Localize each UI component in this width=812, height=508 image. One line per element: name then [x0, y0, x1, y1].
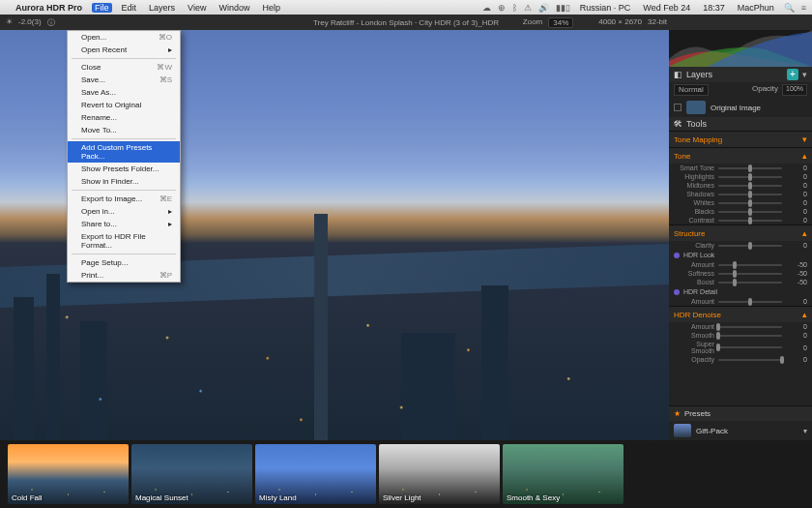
layer-visibility-checkbox[interactable] — [674, 104, 682, 111]
zoom-value[interactable]: 34% — [548, 17, 573, 28]
file-menu-item[interactable]: Close⌘W — [68, 61, 180, 74]
menubar-time[interactable]: 18:37 — [700, 3, 728, 13]
structure-header[interactable]: Structure▴ — [669, 224, 812, 241]
bit-depth: 32-bit — [648, 17, 667, 28]
slider-label: Smart Tone — [674, 164, 714, 171]
slider-track[interactable] — [718, 176, 782, 178]
file-menu-item[interactable]: Save...⌘S — [68, 74, 180, 86]
file-menu-item[interactable]: Export to Image...⌘E — [68, 193, 180, 205]
slider-value: 0 — [786, 164, 807, 171]
preset-thumbnail[interactable]: Cold Fall — [8, 444, 129, 504]
preset-thumbnail[interactable]: Magical Sunset — [131, 444, 252, 504]
slider-label: Amount — [674, 298, 714, 305]
menu-layers[interactable]: Layers — [146, 3, 178, 13]
presets-bar[interactable]: ★ Presets — [669, 405, 812, 421]
volume-icon[interactable]: 🔊 — [538, 3, 549, 13]
file-menu-item[interactable]: Open Recent▸ — [68, 44, 180, 56]
menu-file[interactable]: File — [92, 3, 112, 13]
tone-mapping-header[interactable]: Tone Mapping▾ — [669, 131, 812, 147]
add-layer-button[interactable]: + — [787, 69, 798, 80]
file-menu-item[interactable]: Show in Finder... — [68, 175, 180, 188]
macos-menubar: Aurora HDR Pro File Edit Layers View Win… — [0, 0, 812, 15]
slider-label: Midtones — [674, 182, 714, 189]
menubar-user[interactable]: MacPhun — [735, 3, 777, 13]
cloud-icon[interactable]: ☁︎ — [482, 3, 491, 13]
file-menu-item[interactable]: Page Setup... — [68, 256, 180, 269]
slider-track[interactable] — [718, 211, 782, 213]
slider-row: Highlights 0 — [669, 172, 812, 181]
info-icon[interactable]: ⓘ — [47, 17, 55, 28]
file-menu-item[interactable]: Open...⌘O — [68, 31, 180, 44]
menu-window[interactable]: Window — [216, 3, 252, 13]
slider-track[interactable] — [718, 359, 782, 361]
slider-track[interactable] — [718, 326, 782, 328]
layer-name: Original Image — [710, 104, 761, 112]
slider-label: Softness — [674, 270, 714, 277]
file-menu-item[interactable]: Share to...▸ — [68, 218, 180, 230]
menubar-date[interactable]: Wed Feb 24 — [640, 3, 693, 13]
slider-value: 0 — [786, 298, 807, 305]
input-source[interactable]: Russian · PC — [577, 3, 634, 13]
tone-header[interactable]: Tone▴ — [669, 147, 812, 164]
star-icon: ★ — [674, 409, 681, 418]
slider-track[interactable] — [718, 245, 782, 247]
slider-track[interactable] — [718, 301, 782, 303]
slider-track[interactable] — [718, 282, 782, 284]
layer-row[interactable]: Original Image — [669, 98, 812, 117]
slider-track[interactable] — [718, 194, 782, 195]
slider-track[interactable] — [718, 185, 782, 187]
slider-label: Amount — [674, 261, 714, 268]
slider-track[interactable] — [718, 346, 782, 348]
battery-icon[interactable]: ▮▮▯ — [556, 3, 570, 13]
file-menu-item[interactable]: Export to HDR File Format... — [68, 230, 180, 252]
slider-track[interactable] — [718, 202, 782, 204]
airdrop-icon[interactable]: ⊕ — [498, 3, 506, 13]
hdr-denoise-header[interactable]: HDR Denoise▴ — [669, 306, 812, 322]
slider-track[interactable] — [718, 273, 782, 275]
slider-row: Whites 0 — [669, 198, 812, 207]
preset-thumbnail[interactable]: Silver Light — [379, 444, 500, 504]
slider-value: 0 — [786, 191, 807, 197]
preset-name: Smooth & Sexy — [507, 493, 560, 502]
layers-title: Layers — [686, 70, 712, 79]
menu-edit[interactable]: Edit — [119, 3, 140, 13]
slider-row: Clarity 0 — [669, 241, 812, 250]
preset-thumbnail[interactable]: Smooth & Sexy — [503, 444, 624, 504]
file-menu-item[interactable]: Show Presets Folder... — [68, 163, 180, 175]
slider-label: Boost — [674, 279, 714, 285]
preset-thumbnail[interactable]: Misty Land — [255, 444, 376, 504]
slider-track[interactable] — [718, 167, 782, 169]
preset-pack-selector[interactable]: Gift-Pack ▾ — [669, 421, 812, 440]
file-menu-item[interactable]: Print...⌘P — [68, 269, 180, 282]
file-menu-item[interactable]: Add Custom Presets Pack... — [68, 141, 180, 163]
slider-track[interactable] — [718, 335, 782, 337]
slider-track[interactable] — [718, 264, 782, 266]
slider-row: Shadows 0 — [669, 190, 812, 198]
file-menu-item[interactable]: Move To... — [68, 124, 180, 136]
spotlight-icon[interactable]: 🔍 — [784, 3, 795, 13]
slider-track[interactable] — [718, 220, 782, 222]
wifi-icon[interactable]: ⚠︎ — [524, 3, 532, 13]
slider-value: 0 — [786, 242, 807, 249]
app-name[interactable]: Aurora HDR Pro — [13, 3, 85, 13]
menu-view[interactable]: View — [185, 3, 209, 13]
slider-row: Smooth 0 — [669, 331, 812, 340]
exposure-icon[interactable]: ☀︎ — [6, 17, 13, 28]
histogram[interactable] — [669, 30, 812, 67]
file-menu-item[interactable]: Revert to Original — [68, 99, 180, 111]
file-menu-item[interactable]: Open in...▸ — [68, 205, 180, 218]
slider-label: Opacity — [674, 356, 714, 363]
slider-value: 0 — [786, 323, 807, 330]
file-menu-item[interactable]: Rename... — [68, 111, 180, 124]
menu-help[interactable]: Help — [259, 3, 283, 13]
blend-mode-select[interactable]: Normal — [674, 84, 709, 96]
presets-label: Presets — [684, 409, 710, 418]
slider-row: Super Smooth 0 — [669, 340, 812, 355]
opacity-value[interactable]: 100% — [782, 84, 807, 96]
slider-value: 0 — [786, 208, 807, 215]
image-canvas[interactable]: Open...⌘OOpen Recent▸Close⌘WSave...⌘SSav… — [0, 30, 669, 440]
file-menu-item[interactable]: Save As... — [68, 86, 180, 99]
bluetooth-icon[interactable]: ᛒ — [512, 3, 517, 13]
layers-menu-icon[interactable]: ▾ — [802, 70, 807, 79]
notification-icon[interactable]: ≡ — [801, 3, 806, 13]
